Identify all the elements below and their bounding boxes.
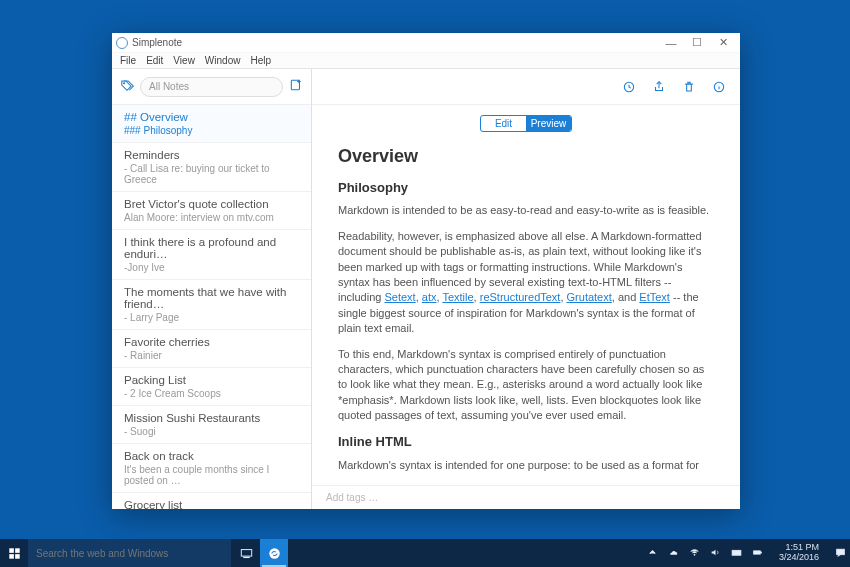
note-subtitle: It's been a couple months since I posted… xyxy=(124,464,299,486)
list-item[interactable]: Packing List - 2 Ice Cream Scoops xyxy=(112,368,311,406)
note-subtitle: -Jony Ive xyxy=(124,262,299,273)
tags-icon[interactable] xyxy=(120,78,134,96)
doc-link[interactable]: Setext xyxy=(384,291,415,303)
note-title: Grocery list xyxy=(124,499,299,509)
note-subtitle: - 2 Ice Cream Scoops xyxy=(124,388,299,399)
system-tray: 1:51 PM 3/24/2016 xyxy=(647,543,850,563)
svg-rect-7 xyxy=(15,554,20,559)
note-title: Packing List xyxy=(124,374,299,386)
doc-link[interactable]: EtText xyxy=(639,291,670,303)
note-list[interactable]: ## Overview ### Philosophy Reminders - C… xyxy=(112,105,311,509)
taskbar: 1:51 PM 3/24/2016 xyxy=(0,539,850,567)
svg-rect-9 xyxy=(243,556,250,557)
preview-toggle-button[interactable]: Preview xyxy=(526,116,571,131)
doc-link[interactable]: Textile xyxy=(442,291,473,303)
list-item[interactable]: Back on track It's been a couple months … xyxy=(112,444,311,493)
tag-input[interactable]: Add tags … xyxy=(312,485,740,509)
menu-file[interactable]: File xyxy=(115,55,141,66)
note-subtitle: Alan Moore: interview on mtv.com xyxy=(124,212,299,223)
sidebar-toolbar: All Notes xyxy=(112,69,311,105)
svg-rect-12 xyxy=(732,550,741,555)
edit-toggle-button[interactable]: Edit xyxy=(481,116,526,131)
trash-icon[interactable] xyxy=(682,80,696,94)
editor-toolbar xyxy=(312,69,740,105)
simplenote-app-button[interactable] xyxy=(260,539,288,567)
note-title: Favorite cherries xyxy=(124,336,299,348)
doc-h1: Overview xyxy=(338,144,714,169)
list-item[interactable]: Bret Victor's quote collection Alan Moor… xyxy=(112,192,311,230)
svg-rect-6 xyxy=(9,554,14,559)
tray-onedrive-icon[interactable] xyxy=(668,547,679,560)
doc-paragraph: Readability, however, is emphasized abov… xyxy=(338,229,714,337)
taskbar-search[interactable] xyxy=(28,539,232,567)
list-item[interactable]: Mission Sushi Restaurants - Suogi xyxy=(112,406,311,444)
window-titlebar[interactable]: Simplenote — ☐ ✕ xyxy=(112,33,740,53)
doc-link[interactable]: Grutatext xyxy=(567,291,612,303)
doc-h2: Philosophy xyxy=(338,179,714,197)
clock[interactable]: 1:51 PM 3/24/2016 xyxy=(773,543,825,563)
window-title: Simplenote xyxy=(132,37,182,48)
taskbar-search-input[interactable] xyxy=(36,548,223,559)
action-center-icon[interactable] xyxy=(835,547,846,560)
svg-rect-4 xyxy=(9,548,14,553)
search-input[interactable]: All Notes xyxy=(140,77,283,97)
main-pane: Edit Preview Overview Philosophy Markdow… xyxy=(312,69,740,509)
info-icon[interactable] xyxy=(712,80,726,94)
note-title: ## Overview xyxy=(124,111,299,123)
menu-window[interactable]: Window xyxy=(200,55,246,66)
svg-point-0 xyxy=(124,82,125,83)
list-item[interactable]: Favorite cherries - Rainier xyxy=(112,330,311,368)
note-title: I think there is a profound and enduri… xyxy=(124,236,299,260)
tray-battery-icon[interactable] xyxy=(752,547,763,560)
note-subtitle: - Call Lisa re: buying our ticket to Gre… xyxy=(124,163,299,185)
note-subtitle: - Rainier xyxy=(124,350,299,361)
doc-paragraph: Markdown is intended to be as easy-to-re… xyxy=(338,203,714,218)
note-title: Bret Victor's quote collection xyxy=(124,198,299,210)
svg-point-11 xyxy=(694,554,695,555)
doc-link[interactable]: reStructuredText xyxy=(480,291,561,303)
menu-edit[interactable]: Edit xyxy=(141,55,168,66)
svg-rect-8 xyxy=(241,549,251,556)
svg-rect-15 xyxy=(754,551,759,553)
list-item[interactable]: Reminders - Call Lisa re: buying our tic… xyxy=(112,143,311,192)
list-item[interactable]: ## Overview ### Philosophy xyxy=(112,105,311,143)
list-item[interactable]: I think there is a profound and enduri… … xyxy=(112,230,311,280)
list-item[interactable]: Grocery list xyxy=(112,493,311,509)
svg-rect-5 xyxy=(15,548,20,553)
window-minimize-button[interactable]: — xyxy=(658,34,684,52)
new-note-icon[interactable] xyxy=(289,78,303,96)
doc-h2: Inline HTML xyxy=(338,433,714,451)
sidebar: All Notes ## Overview ### Philosophy Rem… xyxy=(112,69,312,509)
menu-view[interactable]: View xyxy=(168,55,200,66)
tray-keyboard-icon[interactable] xyxy=(731,547,742,560)
app-window: Simplenote — ☐ ✕ File Edit View Window H… xyxy=(112,33,740,509)
note-title: Reminders xyxy=(124,149,299,161)
tray-network-icon[interactable] xyxy=(689,547,700,560)
share-icon[interactable] xyxy=(652,80,666,94)
list-item[interactable]: The moments that we have with friend… - … xyxy=(112,280,311,330)
task-view-button[interactable] xyxy=(232,539,260,567)
start-button[interactable] xyxy=(0,539,28,567)
tray-chevron-icon[interactable] xyxy=(647,547,658,560)
history-icon[interactable] xyxy=(622,80,636,94)
tray-volume-icon[interactable] xyxy=(710,547,721,560)
note-subtitle: ### Philosophy xyxy=(124,125,299,136)
note-subtitle: - Suogi xyxy=(124,426,299,437)
svg-point-10 xyxy=(269,548,279,558)
note-title: The moments that we have with friend… xyxy=(124,286,299,310)
menubar: File Edit View Window Help xyxy=(112,53,740,69)
doc-paragraph: To this end, Markdown's syntax is compri… xyxy=(338,347,714,424)
doc-paragraph: Markdown's syntax is intended for one pu… xyxy=(338,458,714,473)
editor-content[interactable]: Overview Philosophy Markdown is intended… xyxy=(312,140,740,485)
window-maximize-button[interactable]: ☐ xyxy=(684,34,710,52)
note-title: Mission Sushi Restaurants xyxy=(124,412,299,424)
app-icon xyxy=(116,37,128,49)
menu-help[interactable]: Help xyxy=(245,55,276,66)
note-subtitle: - Larry Page xyxy=(124,312,299,323)
edit-preview-toggle: Edit Preview xyxy=(480,115,572,132)
clock-date: 3/24/2016 xyxy=(779,553,819,563)
window-close-button[interactable]: ✕ xyxy=(710,34,736,52)
svg-rect-14 xyxy=(760,551,761,552)
doc-link[interactable]: atx xyxy=(422,291,437,303)
note-title: Back on track xyxy=(124,450,299,462)
